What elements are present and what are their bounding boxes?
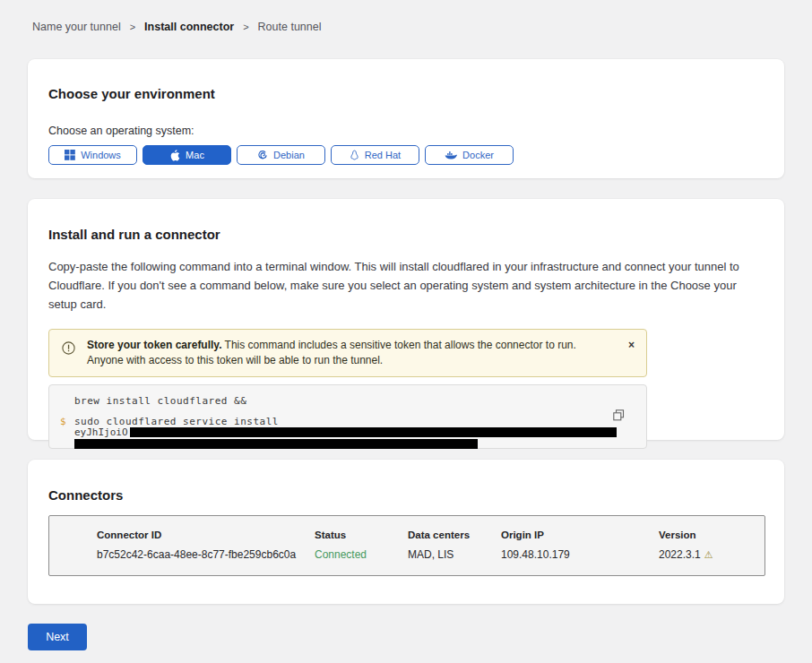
breadcrumb-separator: >: [243, 22, 248, 32]
shell-prompt: $: [60, 416, 66, 427]
connector-origin-ip-value: 109.48.10.179: [501, 548, 659, 561]
connector-id-value: b7c52c42-6caa-48ee-8c77-fbe259cb6c0a: [97, 548, 315, 561]
os-button-redhat[interactable]: Red Hat: [331, 145, 419, 165]
install-card-title: Install and run a connector: [48, 199, 764, 242]
environment-card-title: Choose your environment: [48, 59, 764, 101]
connectors-table-header: Connector ID Status Data centers Origin …: [97, 530, 764, 540]
warning-bold-text: Store your token carefully.: [87, 339, 222, 351]
header-version: Version: [659, 530, 764, 540]
next-button[interactable]: Next: [28, 624, 87, 650]
token-warning-banner: Store your token carefully. This command…: [48, 329, 647, 377]
connector-table-row: b7c52c42-6caa-48ee-8c77-fbe259cb6c0a Con…: [97, 548, 764, 561]
debian-swirl-icon: [257, 150, 268, 160]
connector-version-value: 2022.3.1⚠: [659, 548, 764, 561]
version-warning-icon: ⚠: [704, 549, 713, 560]
os-button-label: Windows: [81, 150, 121, 160]
connectors-card: Connectors Connector ID Status Data cent…: [28, 460, 784, 604]
choose-environment-card: Choose your environment Choose an operat…: [28, 59, 784, 178]
breadcrumb: Name your tunnel > Install connector > R…: [32, 21, 321, 33]
header-connector-id: Connector ID: [97, 530, 315, 540]
banner-close-icon[interactable]: ×: [628, 340, 635, 350]
breadcrumb-separator: >: [130, 22, 135, 32]
connectors-card-title: Connectors: [48, 460, 764, 503]
os-select-label: Choose an operating system:: [48, 125, 764, 137]
os-button-label: Debian: [273, 150, 305, 160]
os-button-docker[interactable]: Docker: [425, 145, 514, 165]
code-line-token: eyJhIjoiO: [74, 427, 632, 438]
os-button-debian[interactable]: Debian: [237, 145, 325, 165]
connectors-table: Connector ID Status Data centers Origin …: [48, 515, 765, 576]
breadcrumb-step-route-tunnel[interactable]: Route tunnel: [258, 21, 322, 33]
code-line-brew-install: brew install cloudflared &&: [74, 395, 632, 408]
warning-text: Store your token carefully. This command…: [87, 339, 576, 366]
redacted-token-bar: [130, 427, 617, 437]
os-button-label: Mac: [186, 150, 204, 160]
os-button-label: Red Hat: [365, 150, 401, 160]
install-command-code-block: brew install cloudflared && $ sudo cloud…: [48, 384, 647, 449]
code-line-service-install: sudo cloudflared service install: [74, 416, 632, 427]
os-button-windows[interactable]: Windows: [48, 145, 137, 165]
docker-whale-icon: [445, 151, 457, 160]
breadcrumb-step-install-connector[interactable]: Install connector: [144, 21, 234, 33]
apple-logo-icon: [169, 150, 180, 161]
install-card-description: Copy-paste the following command into a …: [48, 257, 764, 314]
header-status: Status: [315, 530, 408, 540]
connector-status-badge: Connected: [315, 548, 408, 561]
os-button-group: Windows Mac Debian Red Hat Docker: [48, 145, 764, 165]
redacted-token-bar: [74, 439, 478, 449]
windows-logo-icon: [65, 150, 75, 160]
redhat-linux-icon: [350, 150, 359, 161]
alert-circle-icon: [62, 341, 75, 359]
header-origin-ip: Origin IP: [501, 530, 659, 540]
connector-data-centers-value: MAD, LIS: [408, 548, 501, 561]
install-connector-card: Install and run a connector Copy-paste t…: [28, 199, 784, 440]
token-prefix: eyJhIjoiO: [74, 426, 128, 438]
breadcrumb-step-name-tunnel[interactable]: Name your tunnel: [32, 21, 121, 33]
copy-command-button[interactable]: [613, 409, 625, 424]
os-button-label: Docker: [462, 150, 494, 160]
os-button-mac[interactable]: Mac: [143, 145, 231, 165]
header-data-centers: Data centers: [408, 530, 501, 540]
copy-icon: [613, 410, 625, 424]
